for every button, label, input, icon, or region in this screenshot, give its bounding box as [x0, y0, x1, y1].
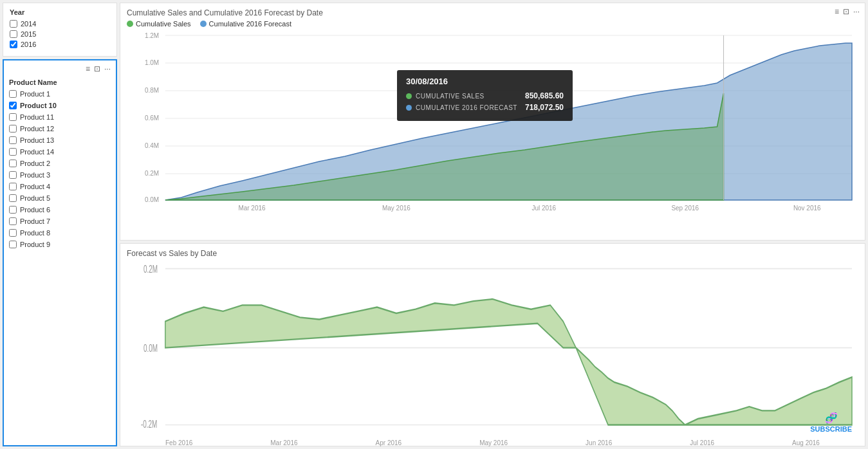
year-2014-checkbox[interactable]: [10, 20, 17, 28]
product-8-checkbox[interactable]: [9, 229, 17, 237]
tooltip-forecast-row: CUMULATIVE 2016 FORECAST 718,072.50: [406, 103, 564, 112]
year-2016-item[interactable]: 2016: [10, 41, 110, 48]
tooltip-date: 30/08/2016: [406, 77, 564, 86]
product-11-label: Product 11: [20, 113, 54, 121]
svg-text:1.0M: 1.0M: [145, 59, 159, 66]
product-13-item[interactable]: Product 13: [9, 136, 111, 144]
top-chart-more-icon[interactable]: ···: [853, 7, 860, 16]
bottom-x-apr: Apr 2016: [376, 439, 402, 446]
move-icon[interactable]: ≡: [86, 64, 90, 73]
product-7-checkbox[interactable]: [9, 217, 17, 225]
product-11-item[interactable]: Product 11: [9, 113, 111, 121]
product-2-checkbox[interactable]: [9, 160, 17, 167]
right-panel: ≡ ⊡ ··· Cumulative Sales and Cumulative …: [120, 3, 865, 446]
product-3-item[interactable]: Product 3: [9, 171, 111, 179]
main-container: Year 2014 2015 2016 ≡ ⊡ ··· Product Name: [0, 0, 868, 449]
tooltip-forecast-value: 718,072.50: [525, 103, 564, 112]
top-chart-toolbar: ≡ ⊡ ···: [835, 7, 860, 16]
product-6-label: Product 6: [20, 206, 50, 214]
product-7-item[interactable]: Product 7: [9, 217, 111, 225]
top-chart-move-icon[interactable]: ≡: [835, 7, 839, 16]
product-filter-title: Product Name: [9, 78, 111, 86]
bottom-chart-svg: 0.2M 0.0M -0.2M: [127, 261, 858, 438]
subscribe-icon: 🧬: [825, 412, 838, 424]
svg-text:Mar 2016: Mar 2016: [238, 205, 266, 212]
tooltip-forecast-label-wrap: CUMULATIVE 2016 FORECAST: [406, 104, 517, 111]
bottom-x-may: May 2016: [479, 439, 508, 446]
top-chart-container: ≡ ⊡ ··· Cumulative Sales and Cumulative …: [120, 3, 865, 241]
forecast-vs-sales-area: [165, 299, 852, 425]
product-7-label: Product 7: [20, 217, 50, 225]
svg-text:0.0M: 0.0M: [143, 343, 158, 354]
product-6-item[interactable]: Product 6: [9, 206, 111, 214]
product-list: Product 1 Product 10 Product 11 Product …: [9, 90, 111, 251]
more-icon[interactable]: ···: [104, 64, 111, 73]
bottom-x-feb: Feb 2016: [165, 439, 192, 446]
product-8-label: Product 8: [20, 229, 50, 237]
product-14-label: Product 14: [20, 148, 54, 156]
svg-text:Jul 2016: Jul 2016: [531, 205, 556, 212]
product-14-checkbox[interactable]: [9, 148, 17, 156]
legend-forecast-dot: [200, 21, 207, 27]
tooltip-forecast-dot: [406, 105, 412, 111]
product-8-item[interactable]: Product 8: [9, 229, 111, 237]
top-chart-legend: Cumulative Sales Cumulative 2016 Forecas…: [127, 20, 858, 28]
bottom-x-jun: Jun 2016: [586, 439, 612, 446]
bottom-x-jul: Jul 2016: [690, 439, 714, 446]
year-2016-checkbox[interactable]: [10, 41, 17, 48]
product-4-item[interactable]: Product 4: [9, 183, 111, 190]
svg-text:0.2M: 0.2M: [145, 170, 159, 177]
product-12-checkbox[interactable]: [9, 125, 17, 133]
tooltip-forecast-label: CUMULATIVE 2016 FORECAST: [416, 104, 517, 111]
product-3-label: Product 3: [20, 171, 50, 179]
tooltip-sales-label-wrap: CUMULATIVE SALES: [406, 93, 485, 100]
product-9-checkbox[interactable]: [9, 241, 17, 248]
product-2-label: Product 2: [20, 160, 50, 167]
subscribe-button[interactable]: 🧬 SUBSCRIBE: [810, 412, 852, 433]
legend-forecast: Cumulative 2016 Forecast: [200, 20, 291, 28]
svg-text:0.4M: 0.4M: [145, 142, 159, 149]
product-12-item[interactable]: Product 12: [9, 125, 111, 133]
product-1-checkbox[interactable]: [9, 90, 17, 98]
bottom-chart-title: Forecast vs Sales by Date: [127, 249, 858, 258]
product-10-item[interactable]: Product 10: [9, 102, 111, 109]
svg-text:0.0M: 0.0M: [145, 196, 159, 203]
top-chart-svg: 1.2M 1.0M 0.8M 0.6M 0.4M 0.2M 0.0M: [127, 32, 858, 221]
product-2-item[interactable]: Product 2: [9, 160, 111, 167]
svg-text:0.6M: 0.6M: [145, 115, 159, 122]
product-9-item[interactable]: Product 9: [9, 241, 111, 248]
product-filter: ≡ ⊡ ··· Product Name Product 1 Product 1…: [3, 59, 117, 446]
bottom-x-mar: Mar 2016: [270, 439, 297, 446]
legend-forecast-label: Cumulative 2016 Forecast: [209, 20, 291, 28]
product-1-label: Product 1: [20, 90, 50, 98]
svg-text:Sep 2016: Sep 2016: [671, 205, 699, 212]
year-2015-checkbox[interactable]: [10, 30, 17, 38]
product-1-item[interactable]: Product 1: [9, 90, 111, 98]
product-5-item[interactable]: Product 5: [9, 194, 111, 202]
product-14-item[interactable]: Product 14: [9, 148, 111, 156]
product-13-label: Product 13: [20, 136, 54, 144]
top-chart-area: 1.2M 1.0M 0.8M 0.6M 0.4M 0.2M 0.0M: [127, 32, 858, 221]
product-5-checkbox[interactable]: [9, 194, 17, 202]
product-13-checkbox[interactable]: [9, 136, 17, 144]
product-4-checkbox[interactable]: [9, 183, 17, 190]
product-6-checkbox[interactable]: [9, 206, 17, 214]
svg-text:-0.2M: -0.2M: [141, 419, 157, 430]
left-panel: Year 2014 2015 2016 ≡ ⊡ ··· Product Name: [3, 3, 117, 446]
year-2014-item[interactable]: 2014: [10, 20, 110, 28]
product-11-checkbox[interactable]: [9, 113, 17, 121]
product-10-checkbox[interactable]: [9, 102, 17, 109]
bottom-chart-container: Forecast vs Sales by Date 0.2M 0.0M -0.2…: [120, 243, 865, 446]
svg-text:0.2M: 0.2M: [143, 264, 158, 275]
year-2015-item[interactable]: 2015: [10, 30, 110, 38]
svg-text:May 2016: May 2016: [382, 205, 411, 212]
product-3-checkbox[interactable]: [9, 171, 17, 179]
product-5-label: Product 5: [20, 194, 50, 202]
chart-tooltip: 30/08/2016 CUMULATIVE SALES 850,685.60 C…: [397, 70, 573, 121]
legend-cumulative-sales: Cumulative Sales: [127, 20, 191, 28]
top-chart-expand-icon[interactable]: ⊡: [843, 7, 849, 16]
svg-text:Nov 2016: Nov 2016: [793, 205, 821, 212]
subscribe-label: SUBSCRIBE: [810, 425, 852, 433]
expand-icon[interactable]: ⊡: [94, 64, 100, 73]
product-4-label: Product 4: [20, 183, 50, 190]
